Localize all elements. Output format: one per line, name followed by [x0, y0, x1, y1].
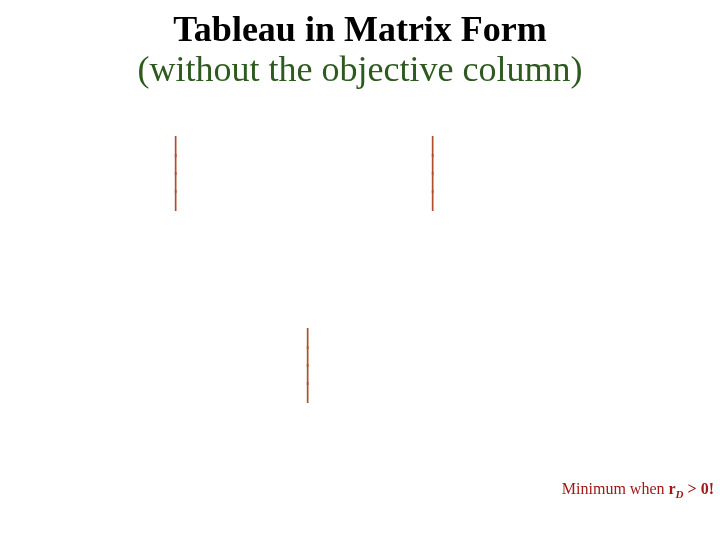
dashed-marker-center: | | | |: [305, 327, 310, 399]
title-block: Tableau in Matrix Form (without the obje…: [0, 10, 720, 89]
footer-var: r: [668, 480, 675, 497]
dashed-marker-right: | | | |: [430, 135, 435, 207]
slide: Tableau in Matrix Form (without the obje…: [0, 0, 720, 540]
dashed-marker-left: | | | |: [173, 135, 178, 207]
title-line2: (without the objective column): [0, 50, 720, 90]
title-line1: Tableau in Matrix Form: [0, 10, 720, 50]
footer-suffix: > 0!: [684, 480, 714, 497]
footer-note: Minimum when rD > 0!: [562, 480, 714, 500]
footer-sub: D: [676, 488, 684, 500]
footer-prefix: Minimum when: [562, 480, 669, 497]
